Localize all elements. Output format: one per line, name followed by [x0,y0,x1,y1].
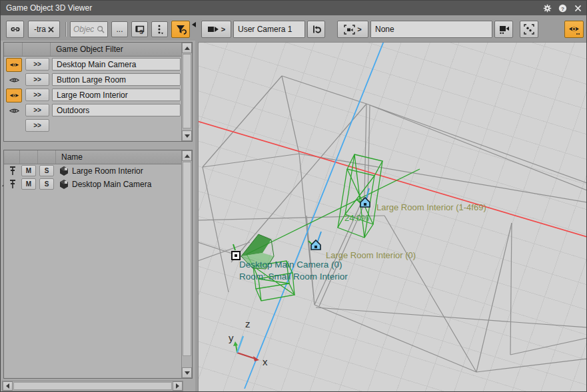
filter-toggle-button[interactable] [171,21,190,38]
video-camera-icon [207,25,219,33]
filter-rows: >> Desktop Main Camera >> Button Large R… [4,57,182,133]
link-button[interactable] [6,21,24,38]
menu-kebab-button[interactable] [151,21,168,37]
visibility-eye-toggle[interactable] [6,58,22,72]
move-to-list-button[interactable]: >> [25,58,49,71]
scrollbar-thumb[interactable] [183,54,191,128]
svg-text:?: ? [561,5,564,11]
triangle-down-icon [185,134,190,138]
objects-header-pin-col [4,150,20,164]
filter-row: >> Button Large Room [4,72,182,87]
objects-header-m-col [20,150,38,164]
filter-name-field[interactable]: Large Room Interior [52,89,181,101]
pane-collapse-arrow-icon[interactable] [192,22,196,27]
filter-scrollbar[interactable] [181,43,192,141]
toolbar-separator [65,22,66,37]
close-icon[interactable] [573,3,582,13]
move-to-list-button[interactable]: >> [25,119,49,132]
triangle-down-icon [185,371,190,375]
reset-camera-button[interactable] [307,21,325,38]
frame-selection-button[interactable] [520,21,538,38]
more-options-button[interactable]: ... [111,21,128,37]
filter-term-chip[interactable]: -tra [28,21,60,38]
viewport-3d[interactable]: 24.0% Large Room Interior (1-4f69) Large… [198,42,587,392]
filter-term-text: -tra [34,25,46,34]
camera-options-icon [498,25,510,35]
horizontal-scrollbar[interactable] [2,381,183,391]
camera-select-button[interactable]: > [201,21,231,38]
filter-header-eye-col [4,43,23,56]
move-to-list-button[interactable]: >> [25,89,49,101]
visibility-eye-toggle[interactable] [6,104,22,118]
game-object-3d-viewer-window: Game Object 3D Viewer ? -tra Objec ... S [0,0,587,392]
objects-header-s-col [38,150,56,164]
titlebar: Game Object 3D Viewer ? [1,1,586,15]
room-selected-label: Large Room Interior (1-4f69) [376,202,486,212]
filter-name-field[interactable]: Outdoors [52,104,181,116]
object-row[interactable]: M S Desktop Main Camera [4,178,182,191]
more-options-label: ... [116,25,123,34]
visibility-percent-label: 24.0% [344,213,369,223]
track-target-button[interactable]: > [337,21,368,38]
axis-gizmo: z y x [229,318,268,367]
scrollbar-thumb[interactable] [183,162,191,356]
search-icon [97,25,105,33]
visibility-eye-toggle[interactable] [6,73,22,87]
remove-filter-x-icon[interactable] [48,27,54,33]
s-toggle-button[interactable]: S [39,165,54,176]
game-object-cube-icon [59,166,69,176]
target-dropdown-chevron: > [357,25,361,33]
game-object-cube-icon [59,179,69,190]
scroll-left-button[interactable] [3,381,13,391]
room-house-icon[interactable] [360,198,370,207]
filter-funnel-icon [175,24,187,35]
pin-icon[interactable] [9,179,17,189]
scrollbar-thumb[interactable] [13,382,172,390]
m-toggle-button[interactable]: M [21,165,36,176]
svg-text:S: S [139,29,143,35]
scene-canvas: 24.0% Large Room Interior (1-4f69) Large… [199,43,587,392]
camera-dropdown-chevron: > [221,25,225,33]
object-row[interactable]: M S Large Room Interior [4,164,182,178]
display-settings-button[interactable]: S [131,21,148,37]
pin-icon[interactable] [9,166,17,176]
visibility-options-button[interactable] [564,21,584,38]
filter-row-empty: >> [4,118,182,133]
object-name[interactable]: Large Room Interior [72,166,143,176]
filter-row: >> Large Room Interior [4,87,182,102]
help-icon[interactable]: ? [558,3,567,13]
scroll-down-button[interactable] [182,367,192,378]
scroll-down-button[interactable] [182,130,192,141]
scroll-up-button[interactable] [182,150,192,161]
camera-room-label: Room: Small Room Interior [239,272,348,282]
room-house-icon[interactable] [311,240,320,250]
object-name[interactable]: Desktop Main Camera [72,180,151,189]
scroll-right-button[interactable] [173,381,183,391]
triangle-left-icon [6,383,9,389]
objects-scrollbar[interactable] [181,150,192,378]
anchor-stick [317,232,321,243]
camera-options-button[interactable] [494,21,513,38]
object-search-input[interactable]: Objec [70,21,108,37]
filter-header-move-col [23,43,51,56]
filter-row: >> Outdoors [4,102,182,118]
s-toggle-button[interactable]: S [39,178,54,190]
visibility-eye-toggle[interactable] [6,89,22,102]
objects-table: Name M S Large Room Interior M S Des [3,150,193,379]
move-to-list-button[interactable]: >> [25,73,49,86]
camera-name-input[interactable] [233,21,305,38]
track-target-input[interactable] [370,21,492,38]
triangle-right-icon [176,383,179,389]
filter-name-field[interactable]: Desktop Main Camera [52,58,181,71]
scroll-up-button[interactable] [182,43,192,53]
left-panel: Game Object Filter >> Desktop Main Camer… [1,41,195,392]
move-to-list-button[interactable]: >> [25,104,49,116]
triangle-up-icon [185,47,190,50]
filter-name-field[interactable]: Button Large Room [52,73,181,86]
eye-options-icon [568,24,580,35]
reset-icon [311,24,322,35]
track-camera-icon [344,25,355,35]
settings-gear-icon[interactable] [542,3,552,13]
m-toggle-button[interactable]: M [21,178,36,190]
window-title: Game Object 3D Viewer [1,3,92,13]
